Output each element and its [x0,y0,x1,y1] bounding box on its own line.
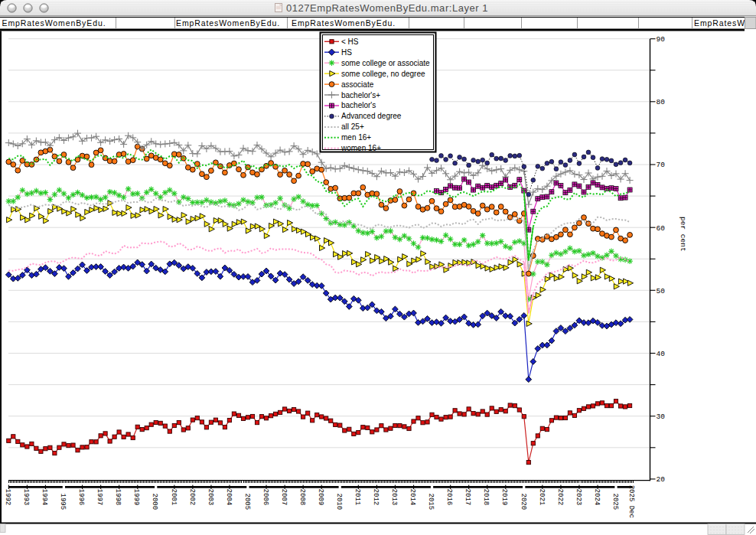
svg-text:2006: 2006 [262,489,269,506]
svg-text:2016: 2016 [445,489,453,506]
svg-text:women 16+: women 16+ [341,144,381,152]
svg-text:< HS: < HS [341,38,359,46]
svg-text:2025: 2025 [611,494,619,511]
svg-text:60: 60 [657,224,666,233]
svg-text:some college, no degree: some college, no degree [341,70,425,78]
svg-text:30: 30 [657,413,666,421]
svg-text:1999: 1999 [132,489,140,506]
svg-text:2020: 2020 [520,494,527,511]
svg-text:2024: 2024 [593,489,601,506]
svg-text:2010: 2010 [335,494,343,511]
svg-text:2007: 2007 [280,489,288,506]
svg-text:bachelor's: bachelor's [341,101,376,109]
svg-text:associate: associate [341,80,374,89]
svg-text:EmpRatesWomenByEdu.: EmpRatesWomenByEdu. [176,18,280,28]
svg-text:HS: HS [341,48,352,57]
svg-text:1997: 1997 [96,489,103,506]
svg-text:2000: 2000 [151,494,158,511]
svg-text:20: 20 [657,475,666,484]
svg-text:2023: 2023 [575,489,582,506]
svg-text:1994: 1994 [41,489,48,506]
svg-text:2021: 2021 [538,489,546,506]
svg-text:1995: 1995 [59,494,67,511]
svg-text:2019: 2019 [500,489,508,506]
svg-text:2004: 2004 [225,489,233,506]
svg-text:2003: 2003 [207,489,214,506]
svg-text:some college or associate: some college or associate [341,59,430,67]
svg-text:1998: 1998 [114,489,122,506]
svg-text:all 25+: all 25+ [341,122,364,131]
svg-text:0127EmpRatesWomenByEdu.mar:Lay: 0127EmpRatesWomenByEdu.mar:Layer 1 [286,2,488,14]
svg-text:2008: 2008 [298,489,306,506]
svg-text:2025 Dec: 2025 Dec [627,485,635,518]
svg-text:2014: 2014 [409,489,416,506]
svg-text:1993: 1993 [22,489,30,506]
svg-text:2011: 2011 [354,489,361,506]
svg-text:1992: 1992 [4,489,11,506]
svg-text:90: 90 [657,35,666,44]
svg-text:EmpRatesWomenByEdu.: EmpRatesWomenByEdu. [2,18,106,28]
svg-text:men 16+: men 16+ [341,133,371,142]
svg-text:1996: 1996 [77,489,85,506]
svg-text:Advanced degree: Advanced degree [341,112,402,120]
svg-text:70: 70 [657,161,666,169]
svg-text:2017: 2017 [464,489,471,506]
svg-text:2005: 2005 [243,494,251,511]
svg-text:2022: 2022 [556,489,564,506]
svg-text:2001: 2001 [170,489,178,506]
svg-text:EmpRatesWomenByEdu.: EmpRatesWomenByEdu. [292,18,396,28]
svg-text:per cent: per cent [679,217,687,252]
svg-text:2013: 2013 [390,489,398,506]
svg-text:40: 40 [657,350,666,358]
svg-text:2012: 2012 [372,489,380,506]
svg-text:50: 50 [657,287,666,295]
svg-text:2015: 2015 [427,494,435,511]
svg-text:2018: 2018 [482,489,490,506]
svg-text:2009: 2009 [317,489,324,506]
svg-text:80: 80 [657,98,666,106]
svg-text:bachelor's+: bachelor's+ [341,91,380,99]
svg-text:2002: 2002 [188,489,196,506]
